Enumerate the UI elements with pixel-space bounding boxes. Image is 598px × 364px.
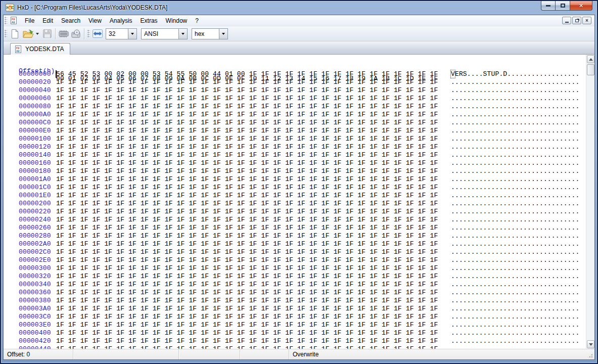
menu-item-edit[interactable]: Edit <box>38 16 57 26</box>
scroll-down-button[interactable] <box>587 340 594 348</box>
row-hex-bytes[interactable]: 1F 1F 1F 1F 1F 1F 1F 1F 1F 1F 1F 1F 1F 1… <box>56 135 438 143</box>
hex-pane[interactable]: Offset(h) 00 01 02 03 04 05 06 07 08 09 … <box>4 55 586 349</box>
menu-item-search[interactable]: Search <box>57 16 84 26</box>
row-ascii[interactable]: ................................ <box>451 78 579 86</box>
row-ascii[interactable]: ................................ <box>451 143 579 151</box>
row-hex-bytes[interactable]: 1F 1F 1F 1F 1F 1F 1F 1F 1F 1F 1F 1F 1F 1… <box>56 127 438 134</box>
row-ascii[interactable]: ................................ <box>451 232 579 240</box>
open-file-button[interactable] <box>21 28 36 40</box>
row-ascii[interactable]: ................................ <box>451 264 579 272</box>
row-ascii[interactable]: ................................ <box>451 272 579 280</box>
row-ascii[interactable]: ................................ <box>451 95 579 102</box>
row-hex-bytes[interactable]: 1F 1F 1F 1F 1F 1F 1F 1F 1F 1F 1F 1F 1F 1… <box>56 200 438 207</box>
new-file-button[interactable] <box>9 28 21 40</box>
row-hex-bytes[interactable]: 1F 1F 1F 1F 1F 1F 1F 1F 1F 1F 1F 1F 1F 1… <box>56 224 438 232</box>
row-ascii[interactable]: ................................ <box>451 167 579 175</box>
menu-item-view[interactable]: View <box>84 16 106 26</box>
row-hex-bytes[interactable]: 1F 1F 1F 1F 1F 1F 1F 1F 1F 1F 1F 1F 1F 1… <box>56 313 438 321</box>
row-ascii[interactable]: ................................ <box>451 297 579 304</box>
row-hex-bytes[interactable]: 1F 1F 1F 1F 1F 1F 1F 1F 1F 1F 1F 1F 1F 1… <box>56 167 438 175</box>
row-ascii[interactable]: ................................ <box>451 289 579 296</box>
menu-item-file[interactable]: File <box>21 16 38 26</box>
scrollbar-thumb[interactable] <box>587 64 594 75</box>
row-ascii[interactable]: ................................ <box>451 103 579 110</box>
row-hex-bytes[interactable]: 1F 1F 1F 1F 1F 1F 1F 1F 1F 1F 1F 1F 1F 1… <box>56 103 438 110</box>
row-ascii[interactable]: ................................ <box>451 321 579 329</box>
row-hex-bytes[interactable]: 1F 1F 1F 1F 1F 1F 1F 1F 1F 1F 1F 1F 1F 1… <box>56 111 438 118</box>
mdi-restore-button[interactable] <box>572 17 581 24</box>
open-dropdown-arrow[interactable] <box>36 33 39 35</box>
row-hex-bytes[interactable]: 1F 1F 1F 1F 1F 1F 1F 1F 1F 1F 1F 1F 1F 1… <box>56 272 438 280</box>
row-hex-bytes[interactable]: 1F 1F 1F 1F 1F 1F 1F 1F 1F 1F 1F 1F 1F 1… <box>56 184 438 191</box>
row-hex-bytes[interactable]: 1F 1F 1F 1F 1F 1F 1F 1F 1F 1F 1F 1F 1F 1… <box>56 289 438 296</box>
row-hex-bytes[interactable]: 1F 1F 1F 1F 1F 1F 1F 1F 1F 1F 1F 1F 1F 1… <box>56 329 438 337</box>
row-ascii[interactable]: ................................ <box>451 135 579 143</box>
row-hex-bytes[interactable]: 1F 1F 1F 1F 1F 1F 1F 1F 1F 1F 1F 1F 1F 1… <box>56 256 438 264</box>
mdi-close-button[interactable]: × <box>582 17 591 24</box>
row-ascii[interactable]: ................................ <box>451 200 579 207</box>
row-hex-bytes[interactable]: 1F 1F 1F 1F 1F 1F 1F 1F 1F 1F 1F 1F 1F 1… <box>56 192 438 199</box>
row-ascii[interactable]: ................................ <box>451 175 579 183</box>
menu-item-[interactable]: ? <box>191 16 203 26</box>
row-hex-bytes[interactable]: 1F 1F 1F 1F 1F 1F 1F 1F 1F 1F 1F 1F 1F 1… <box>56 208 438 215</box>
row-ascii[interactable]: ................................ <box>451 216 579 223</box>
maximize-button[interactable] <box>556 1 570 11</box>
row-hex-bytes[interactable]: 1F 1F 1F 1F 1F 1F 1F 1F 1F 1F 1F 1F 1F 1… <box>56 95 438 102</box>
row-hex-bytes[interactable]: 1F 1F 1F 1F 1F 1F 1F 1F 1F 1F 1F 1F 1F 1… <box>56 216 438 223</box>
row-ascii[interactable]: ................................ <box>451 159 579 167</box>
row-ascii[interactable]: ................................ <box>451 184 579 191</box>
row-ascii[interactable]: ................................ <box>451 127 579 134</box>
row-ascii[interactable]: ................................ <box>451 337 579 345</box>
offset-base-combo[interactable]: hex <box>192 28 228 39</box>
row-hex-bytes[interactable]: 1F 1F 1F 1F 1F 1F 1F 1F 1F 1F 1F 1F 1F 1… <box>56 248 438 256</box>
menu-item-extras[interactable]: Extras <box>136 16 162 26</box>
row-hex-bytes[interactable]: 56 45 52 53 00 02 00 00 53 54 55 50 00 4… <box>56 70 438 78</box>
row-hex-bytes[interactable]: 1F 1F 1F 1F 1F 1F 1F 1F 1F 1F 1F 1F 1F 1… <box>56 297 438 304</box>
row-hex-bytes[interactable]: 1F 1F 1F 1F 1F 1F 1F 1F 1F 1F 1F 1F 1F 1… <box>56 281 438 288</box>
open-disk-button[interactable] <box>70 28 82 40</box>
row-ascii[interactable]: ................................ <box>451 119 579 126</box>
row-hex-bytes[interactable]: 1F 1F 1F 1F 1F 1F 1F 1F 1F 1F 1F 1F 1F 1… <box>56 305 438 312</box>
row-ascii[interactable]: ................................ <box>451 111 579 118</box>
row-hex-bytes[interactable]: 1F 1F 1F 1F 1F 1F 1F 1F 1F 1F 1F 1F 1F 1… <box>56 143 438 151</box>
row-hex-bytes[interactable]: 1F 1F 1F 1F 1F 1F 1F 1F 1F 1F 1F 1F 1F 1… <box>56 119 438 126</box>
toolbar-grip-1[interactable] <box>5 30 7 38</box>
row-hex-bytes[interactable]: 1F 1F 1F 1F 1F 1F 1F 1F 1F 1F 1F 1F 1F 1… <box>56 159 438 167</box>
menubar-grip[interactable] <box>5 17 7 25</box>
bytes-per-row-combo[interactable]: 32 <box>106 28 137 39</box>
bytes-per-row-dropdown[interactable] <box>128 29 136 39</box>
vertical-scrollbar[interactable] <box>586 55 594 349</box>
row-ascii[interactable]: ................................ <box>451 240 579 248</box>
row-hex-bytes[interactable]: 1F 1F 1F 1F 1F 1F 1F 1F 1F 1F 1F 1F 1F 1… <box>56 86 438 94</box>
row-hex-bytes[interactable]: 1F 1F 1F 1F 1F 1F 1F 1F 1F 1F 1F 1F 1F 1… <box>56 345 438 349</box>
row-hex-bytes[interactable]: 1F 1F 1F 1F 1F 1F 1F 1F 1F 1F 1F 1F 1F 1… <box>56 240 438 248</box>
row-ascii[interactable]: ................................ <box>451 151 579 159</box>
row-hex-bytes[interactable]: 1F 1F 1F 1F 1F 1F 1F 1F 1F 1F 1F 1F 1F 1… <box>56 321 438 329</box>
row-ascii[interactable]: ................................ <box>451 86 579 94</box>
row-ascii[interactable]: ................................ <box>451 329 579 337</box>
menu-item-window[interactable]: Window <box>162 16 192 26</box>
row-hex-bytes[interactable]: 1F 1F 1F 1F 1F 1F 1F 1F 1F 1F 1F 1F 1F 1… <box>56 151 438 159</box>
row-ascii[interactable]: ................................ <box>451 281 579 288</box>
save-file-button[interactable] <box>41 28 53 40</box>
row-hex-bytes[interactable]: 1F 1F 1F 1F 1F 1F 1F 1F 1F 1F 1F 1F 1F 1… <box>56 232 438 240</box>
row-hex-bytes[interactable]: 1F 1F 1F 1F 1F 1F 1F 1F 1F 1F 1F 1F 1F 1… <box>56 78 438 86</box>
minimize-button[interactable] <box>541 1 556 11</box>
row-ascii[interactable]: ................................ <box>451 345 579 349</box>
mdi-minimize-button[interactable] <box>562 17 571 24</box>
tab-yodesk-dta[interactable]: F0 A0 YODESK.DTA <box>10 43 70 55</box>
row-ascii[interactable]: ................................ <box>451 192 579 199</box>
menu-item-analysis[interactable]: Analysis <box>106 16 136 26</box>
row-ascii[interactable]: ................................ <box>451 256 579 264</box>
row-ascii[interactable]: ................................ <box>451 224 579 232</box>
row-ascii[interactable]: ................................ <box>451 305 579 312</box>
toolbar-grip-2[interactable] <box>87 30 90 38</box>
row-hex-bytes[interactable]: 1F 1F 1F 1F 1F 1F 1F 1F 1F 1F 1F 1F 1F 1… <box>56 175 438 183</box>
row-hex-bytes[interactable]: 1F 1F 1F 1F 1F 1F 1F 1F 1F 1F 1F 1F 1F 1… <box>56 337 438 345</box>
open-ram-button[interactable] <box>58 28 70 40</box>
scroll-up-button[interactable] <box>587 55 594 63</box>
row-ascii[interactable]: ................................ <box>451 208 579 215</box>
row-ascii[interactable]: VERS....STUP.D.................. <box>451 70 579 78</box>
charset-dropdown[interactable] <box>178 29 187 39</box>
close-button[interactable]: ✕ <box>570 1 592 11</box>
